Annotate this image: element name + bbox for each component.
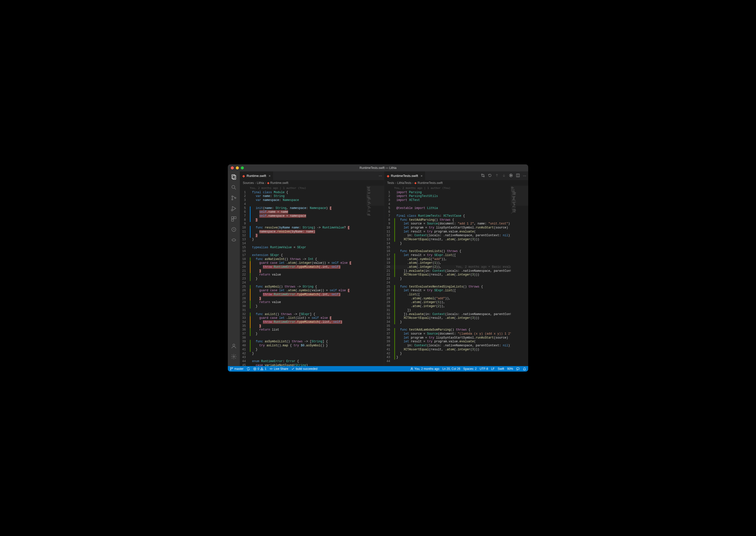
code-content[interactable] <box>396 202 511 206</box>
code-line[interactable]: 4 <box>240 202 366 206</box>
code-line[interactable]: 32 ]).evaluate(in: Context(locals: .nati… <box>384 313 511 317</box>
source-control-icon[interactable] <box>231 195 237 201</box>
code-line[interactable]: 35 } <box>240 324 366 328</box>
code-line[interactable]: 15 <box>384 246 511 250</box>
code-line[interactable]: 6 self.name = name <box>240 210 366 214</box>
code-line[interactable]: 38 <box>240 336 366 340</box>
code-line[interactable]: 14 <box>240 242 366 246</box>
code-content[interactable]: } <box>252 348 366 352</box>
code-content[interactable]: self.name = name <box>252 210 366 214</box>
search-icon[interactable] <box>231 184 237 190</box>
code-content[interactable] <box>252 309 366 313</box>
code-line[interactable]: 17extension SExpr { <box>240 253 366 257</box>
code-content[interactable]: let program = try lispSyntaxStartSymbol.… <box>396 336 511 340</box>
code-line[interactable]: 28 } <box>240 297 366 301</box>
code-content[interactable]: } <box>396 242 511 246</box>
code-content[interactable]: .list([ <box>396 293 511 297</box>
code-line[interactable]: 4 <box>384 202 511 206</box>
code-left[interactable]: You, 2 months ago | 1 author (You) 1fina… <box>240 186 366 366</box>
code-line[interactable]: 39 let result = try program.value.evalua… <box>384 340 511 344</box>
code-content[interactable] <box>396 281 511 285</box>
code-content[interactable]: guard case let .atom(.integer(value)) = … <box>252 261 366 265</box>
code-line[interactable]: 30 .atom(.integer(2)), <box>384 305 511 309</box>
code-line[interactable]: 44enum RuntimeError: Error { <box>240 359 366 364</box>
code-line[interactable]: 45 case variableNotFound(String) <box>240 364 366 366</box>
blame-status[interactable]: You, 2 months ago <box>410 367 440 371</box>
code-content[interactable]: final class RuntimeTests: XCTestCase { <box>396 214 511 218</box>
code-content[interactable]: } <box>396 277 511 281</box>
code-line[interactable]: 44 <box>384 359 511 364</box>
code-line[interactable]: 12 } <box>240 234 366 238</box>
code-content[interactable]: XCTAssertEqual(result, .atom(.integer(3)… <box>396 316 511 320</box>
code-line[interactable]: 2import ParsingTestUtils <box>384 194 511 198</box>
code-content[interactable]: } <box>252 277 366 281</box>
eol-status[interactable]: LF <box>491 367 495 371</box>
code-content[interactable]: namespace.resolve(byName: name) <box>252 230 366 234</box>
code-line[interactable]: 16 func testEvaluatesLists() throws { <box>384 250 511 253</box>
explorer-icon[interactable] <box>231 174 237 180</box>
code-content[interactable]: } <box>252 332 366 336</box>
code-line[interactable]: 6 <box>384 210 511 214</box>
code-line[interactable]: 38 let program = try lispSyntaxStartSymb… <box>384 336 511 340</box>
code-content[interactable]: func testEvaluatesLists() throws { <box>396 250 511 253</box>
split-icon[interactable] <box>516 173 520 178</box>
code-line[interactable]: 25 func testEvaluatesNestedSingleLists()… <box>384 285 511 289</box>
code-content[interactable]: func testAddLambdaSumParsing() throws { <box>396 328 511 332</box>
code-line[interactable]: 33 XCTAssertEqual(result, .atom(.integer… <box>384 316 511 320</box>
code-content[interactable]: case variableNotFound(String) <box>252 364 366 366</box>
code-content[interactable]: guard case let .list(list) = self else { <box>252 316 366 320</box>
code-content[interactable]: } <box>252 269 366 273</box>
code-line[interactable]: 41 } <box>240 348 366 352</box>
code-line[interactable]: 22 return value <box>240 273 366 277</box>
code-line[interactable]: 37 let source = Source(document: "(lambd… <box>384 332 511 336</box>
sync-status[interactable] <box>247 367 250 371</box>
more-icon[interactable]: ⋯ <box>379 174 382 178</box>
code-line[interactable]: 20 throw RuntimeError.typeMismatch(.int,… <box>240 265 366 269</box>
code-content[interactable] <box>252 202 366 206</box>
code-content[interactable]: func asList() throws -> [SExpr] { <box>252 313 366 317</box>
lncol-status[interactable]: Ln 20, Col 26 <box>442 367 460 371</box>
minimap-right[interactable]: ██ █████ ████████ ███████ ██ █████ ██ ██… <box>511 186 528 366</box>
code-content[interactable]: throw RuntimeError.typeMismatch(.int, se… <box>252 265 366 269</box>
code-content[interactable]: func resolve(byName name: String) -> Run… <box>252 226 366 230</box>
code-content[interactable]: func testAddParsing() throws { <box>396 218 511 222</box>
code-line[interactable]: 23 } <box>240 277 366 281</box>
code-line[interactable]: 19 guard case let .atom(.integer(value))… <box>240 261 366 265</box>
code-content[interactable]: @testable import Lithia <box>396 206 511 211</box>
code-content[interactable]: ]).evaluate(in: Context(locals: .nativeN… <box>396 313 511 317</box>
code-line[interactable]: 8 func testAddParsing() throws { <box>384 218 511 222</box>
code-line[interactable]: 31 ]) <box>384 309 511 313</box>
code-line[interactable]: 18 func asNativeInt() throws -> Int { <box>240 257 366 261</box>
more-icon[interactable]: ⋯ <box>523 174 526 178</box>
code-content[interactable]: .atom(.integer(1)), <box>396 301 511 305</box>
code-line[interactable]: 20 .atom(.integer(2)), You, 2 months ago… <box>384 265 511 269</box>
code-line[interactable]: 31 <box>240 309 366 313</box>
code-content[interactable]: .atom(.symbol("add")), <box>396 257 511 261</box>
zoom-window-button[interactable] <box>241 166 244 169</box>
code-content[interactable]: guard case let .atom(.symbol(value)) = s… <box>252 289 366 293</box>
code-content[interactable]: } <box>252 234 366 238</box>
code-line[interactable]: 11 namespace.resolve(byName: name) <box>240 230 366 234</box>
code-content[interactable]: .atom(.symbol("add")), <box>396 297 511 301</box>
code-content[interactable]: var name: String <box>252 194 366 198</box>
code-line[interactable]: 5@testable import Lithia <box>384 206 511 211</box>
code-line[interactable]: 10 func resolve(byName name: String) -> … <box>240 226 366 230</box>
code-line[interactable]: 30 } <box>240 305 366 309</box>
code-line[interactable]: 9 <box>240 222 366 226</box>
feedback-icon[interactable] <box>516 367 520 371</box>
code-line[interactable]: 1final class Module { <box>240 191 366 195</box>
next-change-icon[interactable] <box>502 173 506 178</box>
code-right[interactable]: You, 2 months ago | 1 author (You) 1impo… <box>384 186 511 366</box>
code-content[interactable]: throw RuntimeError.typeMismatch(.int, se… <box>252 293 366 297</box>
code-content[interactable] <box>252 281 366 285</box>
spaces-status[interactable]: Spaces: 2 <box>464 367 477 371</box>
code-line[interactable]: 43} <box>384 355 511 359</box>
code-content[interactable]: typealias RuntimeValue = SExpr <box>252 246 366 250</box>
branch-status[interactable]: master <box>230 367 244 371</box>
code-content[interactable] <box>252 222 366 226</box>
code-line[interactable]: 25 func asSymbol() throws -> String { <box>240 285 366 289</box>
code-line[interactable]: 28 .atom(.symbol("add")), <box>384 297 511 301</box>
code-line[interactable]: 19 .atom(.integer(1)), <box>384 261 511 265</box>
code-content[interactable]: } <box>396 352 511 356</box>
code-line[interactable]: 24 <box>240 281 366 285</box>
